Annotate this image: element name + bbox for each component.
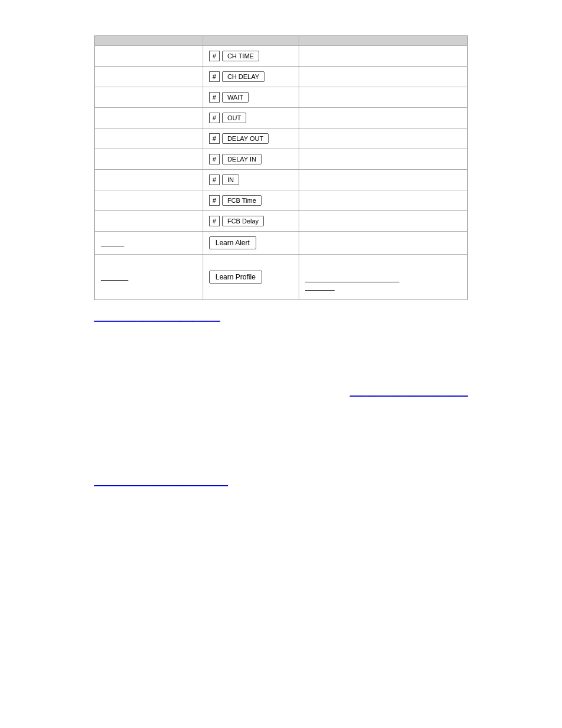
delay-in-button[interactable]: DELAY IN [222,154,262,164]
row-desc-delayin [299,149,468,170]
delay-out-button[interactable]: DELAY OUT [222,133,269,144]
row-desc-learnprofile [299,255,468,300]
fcb-time-button[interactable]: FCB Time [222,195,262,206]
row-label-fcbdelay [95,211,203,232]
hash-icon: # [209,216,220,226]
row-desc-fcbtime [299,190,468,211]
row-btn-learnprofile: Learn Profile [203,255,299,300]
description-line2 [305,290,335,291]
learn-alert-label [101,239,124,247]
hash-icon: # [209,133,220,144]
row-btn-in: # IN [203,170,299,190]
row-desc-chdelay [299,67,468,87]
row-btn-fcbdelay: # FCB Delay [203,211,299,232]
row-desc-chtime [299,46,468,67]
learn-profile-label [101,273,128,281]
hash-icon: # [209,154,220,164]
row-label-learnprofile [95,255,203,300]
row-desc-out [299,108,468,129]
table-row: # FCB Delay [95,211,468,232]
hash-icon: # [209,92,220,103]
row-label-delayout [95,129,203,149]
row-label-out [95,108,203,129]
table-row: Learn Alert [95,232,468,255]
bottom-paragraph6 [94,440,468,452]
table-row: # OUT [95,108,468,129]
row-label-fcbtime [95,190,203,211]
table-row: # WAIT [95,87,468,108]
bottom-link3[interactable]: __________________________________ [94,476,468,488]
row-desc-in [299,170,468,190]
hash-icon: # [209,51,220,61]
row-label-in [95,170,203,190]
hash-icon: # [209,113,220,123]
row-desc-delayout [299,129,468,149]
row-btn-wait: # WAIT [203,87,299,108]
header-col1 [95,36,203,46]
row-label-wait [95,87,203,108]
header-col2 [203,36,299,46]
fcb-delay-button[interactable]: FCB Delay [222,216,264,226]
learn-alert-button[interactable]: Learn Alert [209,236,256,249]
table-row: # CH TIME [95,46,468,67]
table-row: # CH DELAY [95,67,468,87]
ch-delay-button[interactable]: CH DELAY [222,71,265,82]
bottom-paragraph2 [94,351,468,363]
hash-icon: # [209,195,220,206]
bottom-link1[interactable]: ________________________________ [94,312,468,324]
ch-time-button[interactable]: CH TIME [222,51,259,61]
header-col3 [299,36,468,46]
bottom-paragraph7 [94,458,468,470]
bottom-link2[interactable]: ______________________________ [350,388,468,397]
out-button[interactable]: OUT [222,113,246,123]
table-row: # IN [95,170,468,190]
table-row: # FCB Time [95,190,468,211]
row-btn-delayin: # DELAY IN [203,149,299,170]
row-btn-chdelay: # CH DELAY [203,67,299,87]
row-desc-learnalert [299,232,468,255]
hash-icon: # [209,71,220,82]
table-row: Learn Profile [95,255,468,300]
row-label-learnalert [95,232,203,255]
bottom-paragraph4 [94,404,468,416]
description-line1 [305,282,399,282]
row-btn-delayout: # DELAY OUT [203,129,299,149]
row-btn-chtime: # CH TIME [203,46,299,67]
row-btn-out: # OUT [203,108,299,129]
row-label-delayin [95,149,203,170]
main-table: # CH TIME # CH DELAY # WAIT [94,35,468,300]
row-btn-learnalert: Learn Alert [203,232,299,255]
bottom-section: ________________________________ _______… [94,312,468,488]
row-btn-fcbtime: # FCB Time [203,190,299,211]
bottom-paragraph1 [94,332,468,344]
row-label-chdelay [95,67,203,87]
row-desc-fcbdelay [299,211,468,232]
hash-icon: # [209,174,220,185]
wait-button[interactable]: WAIT [222,92,249,103]
bottom-paragraph5 [94,422,468,434]
in-button[interactable]: IN [222,174,239,185]
table-row: # DELAY OUT [95,129,468,149]
row-label-chtime [95,46,203,67]
row-desc-wait [299,87,468,108]
table-row: # DELAY IN [95,149,468,170]
bottom-paragraph3 [94,368,468,380]
learn-profile-button[interactable]: Learn Profile [209,271,262,284]
